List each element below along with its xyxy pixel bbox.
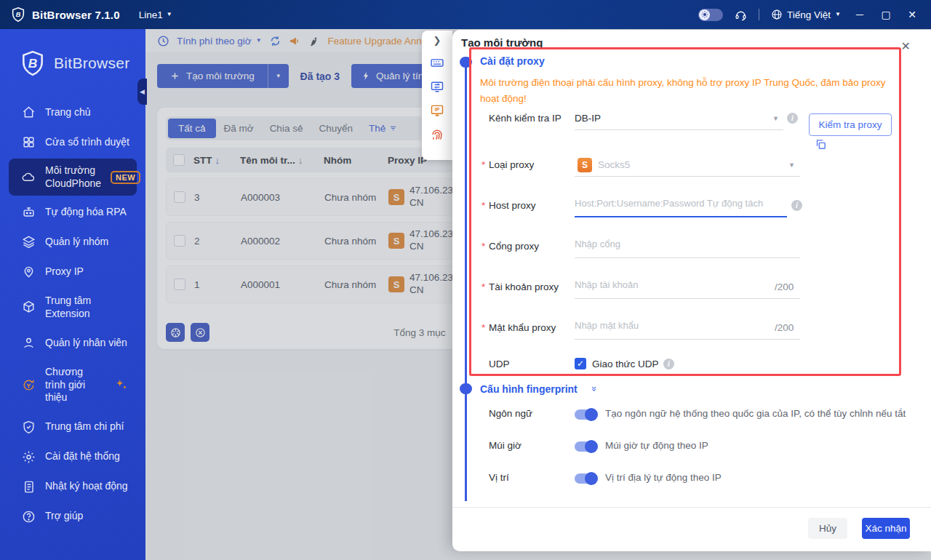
chevron-down-icon: ▼ <box>167 12 172 17</box>
brand-name: BitBrowser <box>54 55 130 72</box>
field-underline <box>575 298 800 299</box>
proxy-host-input[interactable] <box>575 198 786 209</box>
app-logo-shield-icon: B <box>10 7 26 23</box>
sidebar-item-label: Cài đặt hệ thống <box>45 450 120 463</box>
support-headset-icon[interactable] <box>735 9 747 21</box>
grid-icon <box>22 135 36 149</box>
location-toggle-desc: Vị trí địa lý tự động theo IP <box>605 472 918 483</box>
sidebar-item-group-management[interactable]: Quản lý nhóm <box>0 227 145 257</box>
ip-channel-select[interactable]: DB-IP <box>575 113 601 124</box>
sidebar-item-staff-management[interactable]: Quản lý nhân viên <box>0 328 145 358</box>
titlebar: B BitBrowser 7.1.0 Line1 ▼ Tiếng Việt ▼ … <box>0 0 931 29</box>
language-selector[interactable]: Tiếng Việt ▼ <box>771 9 841 20</box>
timeline-dot <box>460 383 472 394</box>
char-counter: /200 <box>775 322 794 333</box>
timeline-dot <box>460 57 472 68</box>
monitor-transfer-icon[interactable] <box>430 79 444 94</box>
modal-close-icon[interactable]: ✕ <box>901 39 911 53</box>
fingerprint-icon[interactable] <box>430 127 444 142</box>
sidebar-item-label: Trung tâm chi phí <box>45 420 124 433</box>
cube-icon <box>22 300 36 314</box>
cloud-icon <box>22 170 36 184</box>
help-icon <box>22 510 36 524</box>
sun-icon <box>699 9 710 20</box>
udp-checkbox[interactable]: ✓ <box>575 358 586 369</box>
svg-text:B: B <box>16 11 21 18</box>
sidebar-item-help[interactable]: Trợ giúp <box>0 502 145 532</box>
chevron-down-icon: ▼ <box>835 12 841 17</box>
sidebar-item-referral-program[interactable]: Chương trình giới thiệu <box>0 358 145 412</box>
proxy-type-select[interactable]: Socks5 <box>598 159 630 170</box>
confirm-button[interactable]: Xác nhận <box>862 518 910 539</box>
field-underline <box>575 129 783 130</box>
language-toggle-desc: Tạo ngôn ngữ hệ thống theo quốc gia của … <box>605 408 918 419</box>
fingerprint-section-heading: Cấu hình fingerprint <box>480 383 578 395</box>
field-underline <box>575 257 800 258</box>
sidebar-item-rpa[interactable]: Tự động hóa RPA <box>0 197 145 227</box>
language-label: Tiếng Việt <box>787 9 831 20</box>
sidebar-menu: Trang chủ Cửa sổ trình duyệt Môi trường … <box>0 97 145 532</box>
proxy-account-label: Tài khoản proxy <box>489 281 559 292</box>
socks5-badge: S <box>578 158 592 172</box>
sidebar-item-label: Proxy IP <box>45 265 84 279</box>
sidebar-item-browser-windows[interactable]: Cửa sổ trình duyệt <box>0 127 145 157</box>
info-icon[interactable]: i <box>787 113 798 124</box>
brand-shield-icon: B <box>19 49 47 77</box>
referral-icon <box>22 378 36 392</box>
cancel-button[interactable]: Hủy <box>808 518 847 539</box>
chevron-double-down-icon[interactable]: » <box>589 386 600 391</box>
info-icon[interactable]: i <box>663 359 674 369</box>
ip-monitor-icon[interactable]: IP <box>430 103 444 118</box>
proxy-password-label: Mật khẩu proxy <box>489 322 556 333</box>
timezone-toggle-desc: Múi giờ tự động theo IP <box>605 440 918 451</box>
close-window-button[interactable]: ✕ <box>905 9 919 20</box>
sidebar-item-label: Trang chủ <box>45 106 91 119</box>
svg-text:B: B <box>28 56 38 71</box>
required-star: * <box>482 281 485 292</box>
sidebar-item-label: Môi trường CloudPhone <box>45 164 101 190</box>
ip-channel-label: Kênh kiểm tra IP <box>489 113 562 124</box>
proxy-account-input[interactable] <box>575 279 756 290</box>
sidebar-item-activity-log[interactable]: Nhật ký hoạt động <box>0 472 145 502</box>
field-underline <box>575 176 800 177</box>
proxy-section-heading: Cài đặt proxy <box>480 55 545 67</box>
sidebar-item-home[interactable]: Trang chủ <box>0 97 145 127</box>
line-label: Line1 <box>139 9 163 20</box>
location-row-label: Vị trí <box>489 472 509 483</box>
check-proxy-button[interactable]: Kiểm tra proxy <box>809 113 892 136</box>
sidebar-item-cloudphone[interactable]: Môi trường CloudPhone NEW <box>9 159 137 196</box>
sidebar-item-proxy-ip[interactable]: Proxy IP <box>0 257 145 287</box>
shield-check-icon <box>22 420 36 434</box>
maximize-button[interactable]: ▢ <box>879 9 893 20</box>
collapse-right-icon[interactable]: ❯ <box>433 35 441 46</box>
proxy-port-label: Cổng proxy <box>489 241 539 252</box>
home-icon <box>22 105 36 119</box>
sidebar-item-extension-center[interactable]: Trung tâm Extension <box>0 287 145 328</box>
timezone-toggle[interactable] <box>575 441 596 452</box>
info-icon[interactable]: i <box>791 200 802 211</box>
line-selector[interactable]: Line1 ▼ <box>139 9 172 20</box>
proxy-password-input[interactable] <box>575 320 756 331</box>
layers-icon <box>22 235 36 249</box>
log-icon <box>22 480 36 494</box>
language-toggle[interactable] <box>575 409 596 420</box>
field-underline <box>575 339 800 340</box>
char-counter: /200 <box>775 281 794 292</box>
keyboard-icon[interactable] <box>430 55 444 70</box>
theme-toggle[interactable] <box>698 9 723 21</box>
required-star: * <box>482 159 485 170</box>
location-toggle[interactable] <box>575 473 596 484</box>
sidebar: B BitBrowser ◀ Trang chủ Cửa sổ trình du… <box>0 29 145 560</box>
sidebar-item-label: Quản lý nhân viên <box>45 337 127 350</box>
proxy-port-input[interactable] <box>575 239 778 249</box>
sidebar-item-label: Quản lý nhóm <box>45 236 108 249</box>
minimize-button[interactable]: ─ <box>852 9 867 20</box>
sidebar-item-system-settings[interactable]: Cài đặt hệ thống <box>0 442 145 472</box>
sidebar-item-label: Nhật ký hoạt động <box>45 480 128 493</box>
field-underline-focused <box>575 216 787 217</box>
map-pin-icon <box>22 265 36 279</box>
proxy-warning-text: Môi trường điện thoại phải cấu hình prox… <box>480 75 893 108</box>
sidebar-item-cost-center[interactable]: Trung tâm chi phí <box>0 412 145 442</box>
app-title: BitBrowser 7.1.0 <box>32 9 120 21</box>
copy-icon[interactable] <box>815 138 827 151</box>
